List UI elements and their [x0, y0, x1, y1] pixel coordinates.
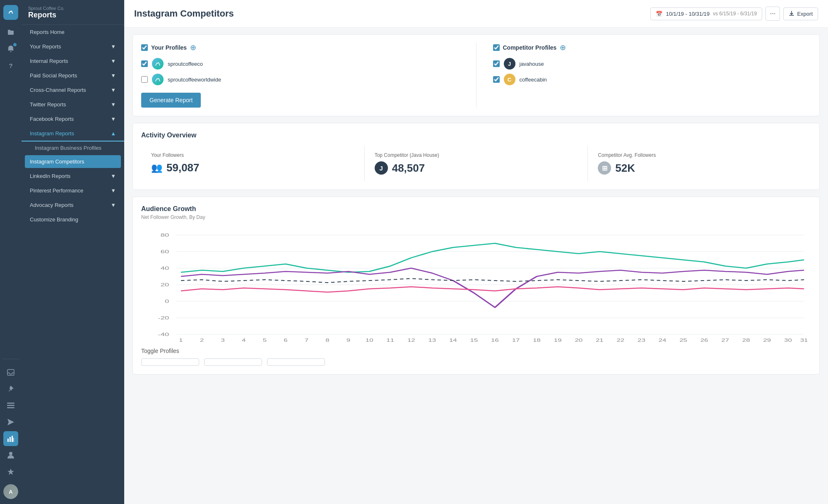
icon-bar-top: ? — [3, 5, 18, 353]
pink-line — [181, 287, 804, 292]
svg-text:7: 7 — [305, 338, 308, 343]
profile-checkbox-javahouse[interactable] — [493, 60, 500, 67]
nav-customize-branding[interactable]: Customize Branding — [22, 212, 124, 227]
svg-rect-6 — [10, 437, 11, 442]
competitor-profiles-col: Competitor Profiles ⊕ J javahouse C coff… — [493, 43, 811, 108]
main-content: Instagram Competitors 📅 10/1/19 - 10/31/… — [124, 0, 828, 504]
svg-text:25: 25 — [679, 338, 687, 343]
profile-checkbox-coffeecabin[interactable] — [493, 76, 500, 83]
svg-text:21: 21 — [596, 338, 604, 343]
svg-text:9: 9 — [347, 338, 351, 343]
stat-top-competitor: Top Competitor (Java House) J 48,507 — [365, 146, 588, 181]
toggle-profile-btn-2[interactable] — [204, 358, 262, 366]
svg-text:13: 13 — [428, 338, 436, 343]
bell-icon[interactable] — [3, 41, 18, 56]
date-range-value: 10/1/19 - 10/31/19 — [666, 11, 710, 17]
activity-stats-grid: Your Followers 👥 59,087 Top Competitor (… — [141, 146, 811, 181]
stat-your-followers: Your Followers 👥 59,087 — [141, 146, 365, 181]
profile-checkbox-sproutcoffeeworldwide[interactable] — [141, 76, 148, 83]
svg-text:8: 8 — [325, 338, 330, 343]
chevron-down-icon: ▼ — [111, 187, 116, 194]
profile-name-javahouse: javahouse — [520, 61, 544, 67]
nav-advocacy-reports[interactable]: Advocacy Reports ▼ — [22, 198, 124, 212]
star-icon[interactable] — [3, 464, 18, 479]
stat-value-row-top-competitor: J 48,507 — [375, 161, 578, 175]
header-controls: 📅 10/1/19 - 10/31/19 vs 6/15/19 - 6/31/1… — [650, 7, 818, 21]
pin-icon[interactable] — [3, 382, 18, 396]
svg-text:29: 29 — [763, 338, 771, 343]
avatar-top-competitor: J — [375, 161, 388, 175]
profile-selector-card: Your Profiles ⊕ sproutcoffeeco — [132, 34, 820, 116]
chevron-down-icon: ▼ — [111, 72, 116, 79]
svg-text:12: 12 — [407, 338, 415, 343]
profile-checkbox-sproutcoffeeco[interactable] — [141, 60, 148, 67]
avatar-button[interactable]: A — [3, 484, 18, 499]
svg-text:24: 24 — [659, 338, 667, 343]
profile-selector: Your Profiles ⊕ sproutcoffeeco — [141, 43, 811, 108]
nav-paid-social-reports[interactable]: Paid Social Reports ▼ — [22, 68, 124, 83]
brand-icon[interactable] — [3, 5, 18, 20]
nav-twitter-reports[interactable]: Twitter Reports ▼ — [22, 97, 124, 112]
svg-text:15: 15 — [470, 338, 478, 343]
chart-icon[interactable] — [3, 431, 18, 446]
svg-text:27: 27 — [721, 338, 729, 343]
inbox-icon[interactable] — [3, 365, 18, 380]
send-icon[interactable] — [3, 415, 18, 430]
person-icon[interactable] — [3, 448, 18, 463]
nav-your-reports[interactable]: Your Reports ▼ — [22, 39, 124, 54]
profile-row-sproutcoffeeco: sproutcoffeeco — [141, 58, 460, 70]
stat-value-row-avg: ⊞ 52K — [598, 161, 801, 175]
add-competitor-profile-icon[interactable]: ⊕ — [560, 43, 566, 52]
export-button[interactable]: Export — [783, 7, 818, 20]
stat-value-top-competitor: 48,507 — [392, 162, 425, 175]
svg-text:-20: -20 — [158, 315, 169, 320]
list-icon[interactable] — [3, 398, 18, 413]
chevron-down-icon: ▼ — [111, 202, 116, 208]
nav-instagram-competitors[interactable]: Instagram Competitors — [25, 155, 121, 168]
date-range-button[interactable]: 📅 10/1/19 - 10/31/19 vs 6/15/19 - 6/31/1… — [650, 7, 762, 20]
sidebar-header: Sprout Coffee Co. Reports — [22, 0, 124, 25]
nav-instagram-business-profiles[interactable]: Instagram Business Profiles — [22, 142, 124, 154]
help-icon[interactable]: ? — [3, 58, 18, 73]
toggle-profile-btn-3[interactable] — [267, 358, 325, 366]
competitor-profiles-checkbox[interactable] — [493, 44, 500, 51]
svg-text:-40: -40 — [158, 332, 169, 337]
folder-icon[interactable] — [3, 25, 18, 40]
your-profiles-checkbox[interactable] — [141, 44, 148, 51]
nav-internal-reports[interactable]: Internal Reports ▼ — [22, 54, 124, 68]
svg-rect-8 — [13, 438, 14, 442]
chevron-down-icon: ▼ — [111, 43, 116, 50]
activity-overview-card: Activity Overview Your Followers 👥 59,08… — [132, 123, 820, 190]
svg-text:3: 3 — [221, 338, 225, 343]
toggle-profiles-row — [141, 358, 811, 366]
toggle-profiles-label: Toggle Profiles — [141, 348, 811, 354]
export-icon — [789, 11, 794, 17]
nav-instagram-reports[interactable]: Instagram Reports ▲ — [22, 126, 124, 142]
generate-report-button[interactable]: Generate Report — [141, 93, 201, 108]
audience-growth-card: Audience Growth Net Follower Growth, By … — [132, 197, 820, 374]
toggle-profile-btn-1[interactable] — [141, 358, 199, 366]
competitor-profiles-header: Competitor Profiles ⊕ — [493, 43, 811, 52]
nav-reports-home[interactable]: Reports Home — [22, 25, 124, 39]
nav-pinterest-performance[interactable]: Pinterest Performance ▼ — [22, 183, 124, 198]
add-your-profile-icon[interactable]: ⊕ — [190, 43, 196, 52]
svg-text:28: 28 — [742, 338, 750, 343]
sidebar: Sprout Coffee Co. Reports Reports Home Y… — [22, 0, 124, 504]
nav-facebook-reports[interactable]: Facebook Reports ▼ — [22, 112, 124, 126]
more-options-button[interactable]: ··· — [765, 7, 780, 21]
avatar-sproutcoffeeco — [152, 58, 164, 70]
stat-value-avg: 52K — [615, 162, 635, 175]
nav-cross-channel-reports[interactable]: Cross-Channel Reports ▼ — [22, 83, 124, 97]
stat-value-row-followers: 👥 59,087 — [151, 161, 354, 174]
chevron-down-icon: ▼ — [111, 87, 116, 93]
profile-name-coffeecabin: coffeecabin — [520, 77, 547, 83]
svg-text:80: 80 — [161, 233, 169, 238]
svg-text:20: 20 — [161, 282, 169, 287]
chart-subtitle: Net Follower Growth, By Day — [141, 214, 811, 220]
company-name: Sprout Coffee Co. — [28, 6, 118, 11]
stat-label-followers: Your Followers — [151, 152, 354, 158]
profile-row-sproutcoffeeworldwide: sproutcoffeeworldwide — [141, 74, 460, 85]
nav-linkedin-reports[interactable]: LinkedIn Reports ▼ — [22, 169, 124, 183]
calendar-icon: 📅 — [656, 11, 662, 17]
chevron-down-icon: ▼ — [111, 116, 116, 122]
